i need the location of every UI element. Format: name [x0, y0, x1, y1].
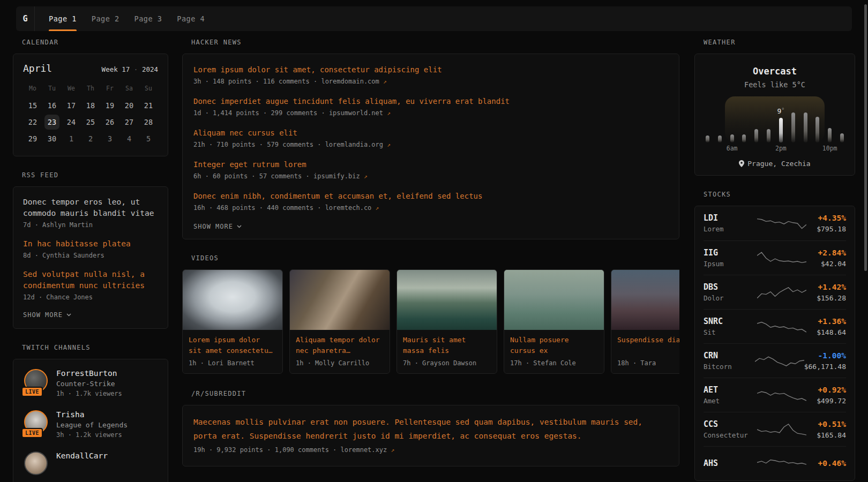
- stock-info: DBSDolor: [704, 282, 757, 303]
- subreddit-post-title[interactable]: Maecenas mollis pulvinar erat non posuer…: [193, 415, 665, 443]
- video-card[interactable]: Lorem ipsum dolor sit amet consectetu…1h…: [182, 269, 283, 374]
- stock-values: +2.84%$42.04: [806, 248, 846, 268]
- video-title[interactable]: Nullam posuere cursus ex: [510, 335, 598, 356]
- tab-page-1[interactable]: Page 1: [49, 6, 77, 31]
- weather-bar: [828, 128, 832, 142]
- hackernews-item-title[interactable]: Integer eget rutrum lorem: [193, 159, 668, 170]
- page-scrollbar-track[interactable]: [864, 0, 868, 482]
- stock-row[interactable]: AHS+0.46%: [704, 446, 846, 480]
- stock-symbol: IIG: [704, 248, 757, 258]
- video-card[interactable]: Suspendisse diam18h · Tara: [611, 269, 679, 374]
- stock-info: AHS: [704, 458, 757, 469]
- hackernews-item-domain[interactable]: loremtech.co: [325, 204, 372, 212]
- weather-bar: [742, 134, 746, 142]
- twitch-channel-name[interactable]: Trisha: [56, 409, 128, 420]
- weather-condition: Overcast: [695, 65, 855, 78]
- hackernews-show-more-button[interactable]: SHOW MORE: [193, 223, 668, 230]
- weather-current-temp-value: 9: [777, 107, 781, 115]
- weather-time-label: 10pm: [822, 145, 837, 152]
- stock-price: $148.64: [806, 328, 846, 337]
- calendar-week-number: Week 17: [102, 65, 130, 73]
- stock-name: Dolor: [704, 293, 757, 303]
- stock-row[interactable]: CRNBitcorn-1.00%$66,171.48: [704, 343, 846, 378]
- hackernews-item-title[interactable]: Lorem ipsum dolor sit amet, consectetur …: [193, 64, 668, 76]
- rss-item-title[interactable]: Sed volutpat nulla nisl, a condimentum n…: [23, 269, 158, 291]
- hackernews-item-domain[interactable]: loremlandia.org: [325, 141, 383, 148]
- stock-values: +0.92%$499.72: [806, 385, 846, 405]
- external-link-icon: ↗: [387, 110, 391, 117]
- stock-sparkline: [757, 215, 806, 231]
- subreddit-post-meta-text: 19h · 9,932 points · 1,090 comments ·: [193, 446, 341, 454]
- hackernews-item-domain[interactable]: ipsumify.biz: [313, 172, 360, 180]
- video-thumbnail: [611, 270, 679, 330]
- stock-row[interactable]: IIGIpsum+2.84%$42.04: [704, 240, 846, 275]
- hackernews-item-meta: 16h · 468 points · 440 comments · loremt…: [193, 202, 668, 214]
- calendar-day: 21: [141, 98, 156, 113]
- twitch-channel-row[interactable]: KendallCarr: [23, 450, 158, 476]
- tab-page-3[interactable]: Page 3: [134, 6, 162, 31]
- rss-feed-widget: Donec tempor eros leo, ut commodo mauris…: [13, 186, 168, 329]
- tab-page-4[interactable]: Page 4: [177, 6, 205, 31]
- video-title[interactable]: Aliquam tempor dolor nec pharetra…: [296, 335, 384, 356]
- hackernews-item-meta: 1d · 1,414 points · 299 comments · ipsum…: [193, 107, 668, 119]
- video-card-body: Aliquam tempor dolor nec pharetra…1h · M…: [290, 330, 390, 373]
- hackernews-item-title[interactable]: Donec imperdiet augue tincidunt felis al…: [193, 95, 668, 107]
- twitch-section-label: TWITCH CHANNELS: [22, 344, 168, 352]
- twitch-avatar-wrap: LIVE: [23, 409, 49, 435]
- weather-bar: [840, 133, 844, 142]
- twitch-channel-name[interactable]: KendallCarr: [56, 450, 108, 461]
- hackernews-item-title[interactable]: Aliquam nec cursus elit: [193, 127, 668, 139]
- stock-values: -1.00%$66,171.48: [804, 351, 846, 371]
- hackernews-item-title[interactable]: Donec enim nibh, condimentum et accumsan…: [193, 190, 668, 202]
- tab-page-2[interactable]: Page 2: [92, 6, 119, 31]
- stock-row[interactable]: LDILorem+4.35%$795.18: [704, 206, 846, 240]
- stock-info: AETAmet: [704, 385, 757, 405]
- stock-change: +4.35%: [806, 213, 846, 223]
- stock-row[interactable]: AETAmet+0.92%$499.72: [704, 378, 846, 412]
- weather-feels-like: Feels like 5°C: [695, 79, 855, 90]
- twitch-channel-game: Counter-Strike: [56, 379, 122, 389]
- video-card-body: Suspendisse diam18h · Tara: [611, 330, 679, 373]
- rss-show-more-button[interactable]: SHOW MORE: [23, 311, 158, 319]
- stock-sparkline: [755, 353, 804, 369]
- video-card[interactable]: Mauris sit amet massa felis7h · Grayson …: [396, 269, 497, 374]
- video-title[interactable]: Mauris sit amet massa felis: [403, 335, 491, 356]
- twitch-channel-row[interactable]: LIVEForrestBurtonCounter-Strike1h · 1.7k…: [23, 368, 158, 398]
- weather-hourly-chart: 9°6am2pm10pm: [706, 96, 844, 148]
- stock-row[interactable]: SNRCSit+1.36%$148.64: [704, 309, 846, 343]
- stock-row[interactable]: DBSDolor+1.42%$156.28: [704, 275, 846, 309]
- stock-change: +0.51%: [806, 419, 846, 430]
- subreddit-post-domain[interactable]: loremnet.xyz: [341, 446, 387, 454]
- app-logo[interactable]: G: [16, 6, 34, 31]
- calendar-day: 5: [141, 131, 156, 146]
- twitch-channel-meta: 3h · 1.2k viewers: [56, 430, 128, 440]
- stock-symbol: CRN: [704, 351, 755, 361]
- rss-item-title[interactable]: In hac habitasse platea: [23, 238, 158, 250]
- stock-values: +4.35%$795.18: [806, 213, 846, 234]
- twitch-channel-info: TrishaLeague of Legends3h · 1.2k viewers: [56, 409, 128, 440]
- logo-divider: [34, 6, 35, 31]
- calendar-year: 2024: [142, 65, 158, 73]
- stock-values: +0.51%$165.84: [806, 419, 846, 440]
- rss-item-meta: 8d · Cynthia Saunders: [23, 250, 158, 261]
- twitch-channel-row[interactable]: LIVETrishaLeague of Legends3h · 1.2k vie…: [23, 409, 158, 440]
- video-card[interactable]: Nullam posuere cursus ex17h · Stefan Col…: [504, 269, 604, 374]
- hackernews-item-domain[interactable]: loremdomain.com: [321, 78, 379, 85]
- twitch-channel-name[interactable]: ForrestBurton: [56, 368, 122, 379]
- stock-change: +1.42%: [806, 282, 846, 292]
- rss-show-more-button-label: SHOW MORE: [23, 311, 63, 319]
- stock-row[interactable]: CCSConsectetur+0.51%$165.84: [704, 412, 846, 446]
- stock-symbol: SNRC: [704, 317, 757, 327]
- hackernews-item-domain[interactable]: ipsumworld.net: [329, 109, 383, 117]
- external-link-icon: ↗: [364, 173, 368, 180]
- weather-daylight-highlight: [725, 96, 825, 142]
- video-card[interactable]: Aliquam tempor dolor nec pharetra…1h · M…: [289, 269, 390, 374]
- stock-info: CCSConsectetur: [704, 419, 757, 440]
- page-scrollbar-thumb[interactable]: [864, 4, 867, 271]
- rss-item-title[interactable]: Donec tempor eros leo, ut commodo mauris…: [23, 197, 158, 219]
- calendar-day: 25: [83, 115, 98, 130]
- calendar-day: 2: [83, 131, 98, 146]
- video-title[interactable]: Lorem ipsum dolor sit amet consectetu…: [189, 335, 276, 356]
- video-title[interactable]: Suspendisse diam: [617, 335, 679, 356]
- stock-info: CRNBitcorn: [704, 351, 755, 371]
